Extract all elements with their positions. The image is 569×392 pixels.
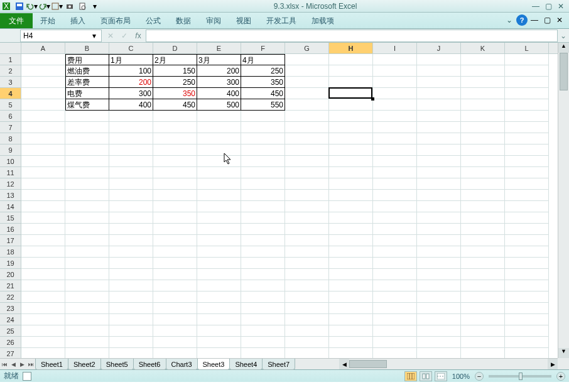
cell[interactable]: [65, 348, 109, 358]
macro-record-icon[interactable]: [23, 372, 31, 381]
cell[interactable]: [373, 65, 417, 77]
cell[interactable]: 450: [241, 88, 285, 99]
cancel-formula-icon[interactable]: ✕: [104, 30, 117, 42]
hscroll-thumb[interactable]: [349, 360, 387, 368]
cell[interactable]: [373, 224, 417, 235]
cell[interactable]: [329, 190, 373, 201]
cell[interactable]: [241, 246, 285, 258]
normal-view-button[interactable]: [404, 371, 417, 381]
vscroll-thumb[interactable]: [560, 53, 568, 90]
cell[interactable]: [241, 291, 285, 303]
formula-input[interactable]: [146, 30, 558, 42]
cell[interactable]: [109, 280, 153, 291]
cell[interactable]: [329, 224, 373, 235]
ribbon-tab-formulas[interactable]: 公式: [138, 13, 168, 28]
cell[interactable]: [241, 269, 285, 280]
cell[interactable]: [285, 88, 329, 99]
cell[interactable]: 煤气费: [65, 99, 109, 111]
cell[interactable]: [153, 111, 197, 122]
cell[interactable]: [285, 246, 329, 258]
cell[interactable]: [329, 167, 373, 178]
tab-nav-last-icon[interactable]: ⏭: [26, 359, 35, 369]
cell[interactable]: [461, 167, 505, 178]
cell[interactable]: [109, 190, 153, 201]
cell[interactable]: [461, 88, 505, 99]
column-header[interactable]: I: [373, 43, 417, 53]
cell[interactable]: [417, 258, 461, 269]
cell[interactable]: [197, 325, 241, 337]
cell[interactable]: [461, 65, 505, 77]
cell[interactable]: [21, 54, 65, 65]
cell[interactable]: [461, 156, 505, 167]
cell[interactable]: [153, 325, 197, 337]
column-header[interactable]: J: [417, 43, 461, 53]
cell[interactable]: [109, 122, 153, 133]
cell[interactable]: [373, 144, 417, 156]
cell[interactable]: [285, 167, 329, 178]
cell[interactable]: [505, 224, 549, 235]
cell[interactable]: 450: [153, 99, 197, 111]
cell[interactable]: [65, 258, 109, 269]
undo-icon[interactable]: ▾: [26, 1, 38, 12]
column-header[interactable]: K: [461, 43, 505, 53]
cell[interactable]: [329, 156, 373, 167]
cell[interactable]: [109, 269, 153, 280]
cell[interactable]: [21, 144, 65, 156]
camera-icon[interactable]: [64, 1, 75, 12]
cell[interactable]: [461, 99, 505, 111]
redo-icon[interactable]: ▾: [39, 1, 50, 12]
cell[interactable]: [241, 212, 285, 224]
cell[interactable]: [285, 325, 329, 337]
cell[interactable]: [197, 269, 241, 280]
cell[interactable]: [417, 122, 461, 133]
file-tab[interactable]: 文件: [0, 13, 33, 28]
cell[interactable]: [109, 314, 153, 325]
cell[interactable]: [153, 291, 197, 303]
doc-restore-button[interactable]: ▢: [541, 14, 553, 26]
sheet-tab[interactable]: Sheet4: [229, 359, 263, 370]
cell[interactable]: 费用: [65, 54, 109, 65]
cell[interactable]: [65, 337, 109, 348]
cell[interactable]: [197, 337, 241, 348]
cell[interactable]: [329, 65, 373, 77]
cell[interactable]: [65, 280, 109, 291]
ribbon-tab-view[interactable]: 视图: [229, 13, 259, 28]
cell[interactable]: [109, 156, 153, 167]
cell[interactable]: [21, 156, 65, 167]
cell[interactable]: [153, 258, 197, 269]
cell[interactable]: [241, 280, 285, 291]
cell[interactable]: [153, 246, 197, 258]
cell[interactable]: [417, 65, 461, 77]
cell[interactable]: [109, 258, 153, 269]
cell[interactable]: [197, 280, 241, 291]
row-header[interactable]: 25: [0, 325, 21, 337]
cell[interactable]: [505, 280, 549, 291]
cell[interactable]: [285, 65, 329, 77]
cell[interactable]: [21, 348, 65, 358]
cell[interactable]: [329, 88, 373, 99]
cell[interactable]: [461, 144, 505, 156]
cell[interactable]: 100: [109, 65, 153, 77]
cell[interactable]: [373, 178, 417, 190]
cell[interactable]: [285, 224, 329, 235]
cell[interactable]: [373, 337, 417, 348]
help-icon[interactable]: ?: [516, 14, 528, 26]
cell[interactable]: [417, 54, 461, 65]
cell[interactable]: [285, 190, 329, 201]
cell[interactable]: [329, 325, 373, 337]
cell[interactable]: [417, 280, 461, 291]
cell[interactable]: [417, 201, 461, 212]
cell[interactable]: [417, 178, 461, 190]
cell[interactable]: [153, 303, 197, 314]
cell[interactable]: [65, 212, 109, 224]
cell[interactable]: [285, 133, 329, 144]
cell[interactable]: [65, 291, 109, 303]
cell[interactable]: [21, 178, 65, 190]
cell[interactable]: [241, 337, 285, 348]
customize-qat-icon[interactable]: ▾: [51, 1, 63, 12]
page-break-view-button[interactable]: [435, 371, 447, 381]
cell[interactable]: [461, 246, 505, 258]
cell[interactable]: 550: [241, 99, 285, 111]
row-header[interactable]: 5: [0, 99, 21, 111]
cell[interactable]: [21, 88, 65, 99]
